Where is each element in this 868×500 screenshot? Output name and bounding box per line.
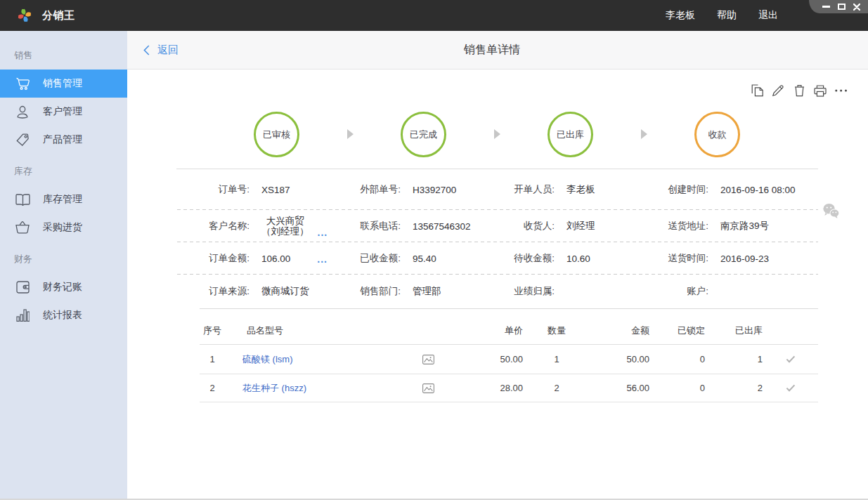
row-qty: 1 (523, 354, 590, 364)
sidebar-item-finance-bookkeeping[interactable]: 财务记账 (0, 273, 127, 301)
row-qty: 2 (523, 383, 590, 393)
sidebar-item-sales-management[interactable]: 销售管理 (0, 70, 127, 98)
info-label: 外部单号: (342, 183, 401, 196)
step-approved: 已审核 (254, 112, 299, 157)
info-label: 已收金额: (342, 252, 401, 265)
info-label: 联系电话: (342, 220, 401, 232)
col-header-seq: 序号 (200, 324, 225, 344)
sidebar-section-finance: 财务 (0, 249, 127, 270)
info-label: 订单来源: (177, 285, 250, 298)
info-label: 创建时间: (648, 183, 708, 196)
book-icon (14, 194, 31, 206)
check-icon (763, 355, 818, 363)
product-image-icon[interactable] (416, 355, 440, 364)
col-header-name: 品名型号 (225, 324, 416, 344)
consignee: 刘经理 (566, 220, 595, 232)
bar-chart-icon (14, 309, 31, 322)
row-shipped: 2 (705, 383, 763, 393)
customer-more-link[interactable]: ... (318, 229, 328, 236)
order-detail-panel: 已审核 已完成 已出库 收款 订单号: XS187 外部单号: H3392700 (127, 70, 868, 499)
help-menu-item[interactable]: 帮助 (717, 9, 737, 22)
row-shipped: 1 (705, 354, 763, 364)
maximize-button[interactable] (834, 0, 849, 13)
sidebar-item-product-management[interactable]: 产品管理 (0, 126, 127, 154)
info-label: 送货地址: (648, 220, 708, 232)
info-label: 待收金额: (495, 252, 555, 265)
sidebar-item-statistics-reports[interactable]: 统计报表 (0, 301, 127, 329)
minimize-button[interactable] (818, 0, 834, 13)
info-label: 订单金额: (177, 252, 250, 265)
wallet-icon (14, 281, 31, 294)
info-label: 送货时间: (648, 252, 708, 265)
back-button[interactable]: 返回 (143, 31, 179, 69)
app-title: 分销王 (42, 9, 75, 22)
items-table: 序号 品名型号 单价 数量 金额 已锁定 已出库 1 硫酸镁 (lsm) (200, 308, 818, 402)
sidebar-item-label: 采购进货 (43, 221, 82, 234)
copy-icon (751, 84, 763, 97)
print-button[interactable] (814, 84, 827, 97)
row-locked: 0 (649, 383, 705, 393)
external-order-number: H3392700 (413, 185, 456, 195)
trash-icon (794, 84, 805, 97)
delivery-time: 2016-09-23 (720, 254, 769, 264)
close-icon (853, 4, 860, 11)
delivery-address: 南京路39号 (720, 220, 769, 232)
close-button[interactable] (849, 0, 864, 13)
user-menu-item[interactable]: 李老板 (666, 9, 695, 22)
step-payment: 收款 (694, 112, 740, 157)
chevron-left-icon (143, 45, 150, 55)
more-button[interactable] (835, 84, 848, 97)
print-icon (814, 85, 827, 97)
product-link[interactable]: 硫酸镁 (lsm) (242, 354, 293, 364)
copy-button[interactable] (751, 84, 763, 97)
row-amount: 56.00 (590, 383, 649, 393)
app-window: 分销王 李老板 帮助 退出 销售 (0, 0, 868, 500)
main-content: 返回 销售单详情 (127, 31, 868, 499)
step-arrow-icon (494, 129, 500, 139)
col-header-shipped: 已出库 (705, 324, 763, 344)
order-source: 微商城订货 (261, 285, 309, 298)
col-header-qty: 数量 (523, 324, 590, 344)
row-seq: 1 (200, 354, 225, 364)
sidebar-item-label: 统计报表 (43, 309, 82, 322)
window-controls (809, 0, 868, 13)
info-label: 账户: (648, 285, 708, 298)
titlebar: 分销王 李老板 帮助 退出 (0, 0, 868, 31)
wechat-icon[interactable] (822, 202, 841, 221)
person-icon (14, 105, 31, 119)
sidebar-section-sales: 销售 (0, 45, 127, 66)
amount-more-link[interactable]: ... (317, 256, 328, 263)
back-label: 返回 (157, 44, 179, 57)
app-logo-pinwheel-icon (17, 8, 32, 23)
sidebar-item-customer-management[interactable]: 客户管理 (0, 98, 127, 126)
sidebar-item-label: 库存管理 (43, 193, 82, 206)
pending-amount: 10.60 (566, 254, 590, 264)
order-status-steps: 已审核 已完成 已出库 收款 (254, 112, 741, 157)
sidebar-item-label: 产品管理 (43, 133, 82, 146)
titlebar-menu: 李老板 帮助 退出 (666, 0, 778, 31)
edit-icon (772, 84, 784, 97)
info-label: 客户名称: (177, 220, 250, 232)
product-image-icon[interactable] (416, 383, 440, 393)
contact-phone: 13567546302 (413, 221, 471, 232)
sidebar: 销售 销售管理 客户管理 (0, 31, 127, 499)
customer-name: 大兴商贸（刘经理） (261, 216, 309, 237)
order-amount: 106.00 (261, 254, 290, 264)
sidebar-item-inventory-management[interactable]: 库存管理 (0, 185, 127, 213)
row-price: 50.00 (440, 354, 523, 364)
maximize-icon (838, 4, 846, 10)
sidebar-item-label: 财务记账 (43, 281, 82, 294)
delete-button[interactable] (793, 84, 805, 97)
row-amount: 50.00 (590, 354, 649, 364)
edit-button[interactable] (772, 84, 784, 97)
tag-icon (14, 133, 31, 147)
col-header-price: 单价 (440, 324, 523, 344)
created-time: 2016-09-16 08:00 (720, 185, 796, 195)
step-shipped: 已出库 (548, 112, 593, 157)
order-info: 订单号: XS187 外部单号: H3392700 开单人员: 李老板 创建时间… (177, 169, 818, 308)
info-row: 客户名称: 大兴商贸（刘经理） ... 联系电话: 13567546302 收货… (177, 210, 818, 242)
sidebar-item-purchasing[interactable]: 采购进货 (0, 213, 127, 242)
logout-menu-item[interactable]: 退出 (758, 9, 778, 22)
product-link[interactable]: 花生种子 (hszz) (242, 383, 306, 393)
col-header-locked: 已锁定 (649, 324, 705, 344)
